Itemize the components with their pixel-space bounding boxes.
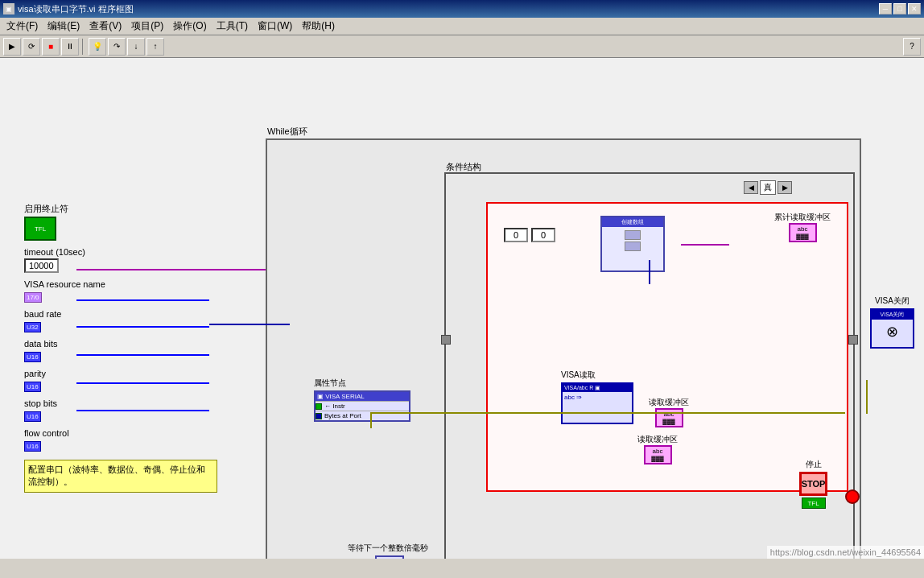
left-panel: 启用终止符 TFL timeout (10sec) 10000 VISA res… xyxy=(24,203,250,493)
visa-resource-label: VISA resource name xyxy=(24,279,250,289)
minimize-button[interactable]: ─ xyxy=(879,3,892,14)
visa-close-block[interactable]: VISA关闭 ⊗ xyxy=(870,308,914,349)
stop-button-area: 停止 STOP TFL xyxy=(799,459,827,510)
menu-view[interactable]: 查看(V) xyxy=(85,18,126,35)
wait-controls: 100 ⏱ xyxy=(348,555,428,559)
selector-value[interactable]: 真 xyxy=(760,180,776,195)
menu-file[interactable]: 文件(F) xyxy=(2,18,43,35)
run-continuously-button[interactable]: ⟳ xyxy=(23,38,40,56)
run-button[interactable]: ▶ xyxy=(3,38,21,56)
enable-terminal-text: TFL xyxy=(35,225,46,233)
main-canvas: While循环 条件结构 ◀ 真 ▶ 0 0 创建数组 xyxy=(0,58,924,559)
step-out-button[interactable]: ↑ xyxy=(146,38,164,56)
flow-control-group: flow control U16 xyxy=(24,428,250,452)
stop-tfl-indicator: TFL xyxy=(802,497,826,509)
baud-rate-value[interactable]: U32 xyxy=(24,322,41,332)
wait-block-area: 等待下一个整数倍毫秒 100 ⏱ xyxy=(348,543,428,559)
property-row-1-label: ← Instr xyxy=(322,402,348,411)
read-buffer-outer: 读取缓冲区 abc▓▓▓ xyxy=(637,434,678,464)
visa-read-block[interactable]: VISA/abc R ▣ abc ⇒ xyxy=(561,382,633,424)
property-node-wrapper: 属性节点 ▣ VISA SERIAL ← Instr Bytes at Port xyxy=(314,378,410,422)
menu-tools[interactable]: 工具(T) xyxy=(212,18,253,35)
menu-operate[interactable]: 操作(O) xyxy=(168,18,211,35)
create-array-block: 创建数组 xyxy=(600,216,665,272)
parity-value[interactable]: U16 xyxy=(24,382,41,392)
cumulative-buffer-label: 累计读取缓冲区 xyxy=(774,212,831,223)
window-controls[interactable]: ─ □ ✕ xyxy=(879,3,921,14)
abort-button[interactable]: ■ xyxy=(42,38,60,56)
data-bits-value[interactable]: U16 xyxy=(24,352,41,362)
wire-parity xyxy=(76,354,209,356)
selector-right-arrow[interactable]: ▶ xyxy=(778,181,792,194)
stop-indicator-dot[interactable] xyxy=(845,489,860,504)
property-io-1 xyxy=(316,403,322,410)
wire-visa-resource xyxy=(76,269,266,270)
app-icon: ▣ xyxy=(3,3,14,14)
close-button[interactable]: ✕ xyxy=(908,3,921,14)
toolbar-sep-1 xyxy=(82,39,85,55)
visa-read-label: VISA读取 xyxy=(561,370,633,381)
toolbar: ▶ ⟳ ■ ⏸ 💡 ↷ ↓ ↑ ? xyxy=(0,35,924,58)
menu-project[interactable]: 项目(P) xyxy=(126,18,168,35)
stop-label: 停止 xyxy=(799,459,827,470)
menu-edit[interactable]: 编辑(E) xyxy=(43,18,85,35)
wire-flow-control xyxy=(76,410,209,411)
error-tunnel-left xyxy=(441,335,451,345)
parity-group: parity U16 xyxy=(24,369,250,392)
selector-box[interactable]: ◀ 真 ▶ xyxy=(744,180,792,195)
wire-v-blue-1 xyxy=(649,260,650,284)
condition-label: 条件结构 xyxy=(446,161,481,173)
watermark: https://blog.csdn.net/weixin_44695564 xyxy=(767,546,924,559)
visa-read-body: abc ⇒ xyxy=(563,392,632,403)
wire-data-bits xyxy=(76,326,209,328)
cumulative-abc-display: abc▓▓▓ xyxy=(789,223,817,242)
property-node-block[interactable]: ▣ VISA SERIAL ← Instr Bytes at Port xyxy=(314,390,410,422)
maximize-button[interactable]: □ xyxy=(893,3,906,14)
visa-read-wrapper: VISA读取 VISA/abc R ▣ abc ⇒ xyxy=(561,370,633,422)
num-display-0[interactable]: 0 xyxy=(504,228,528,242)
cumulative-buffer-area: 累计读取缓冲区 abc▓▓▓ xyxy=(774,212,831,242)
wire-baud-rate xyxy=(76,299,209,301)
num-display-1[interactable]: 0 xyxy=(531,228,555,242)
wire-stop-bits xyxy=(76,382,209,384)
baud-rate-group: baud rate U32 xyxy=(24,309,250,332)
baud-rate-label: baud rate xyxy=(24,309,250,319)
menu-window[interactable]: 窗口(W) xyxy=(253,18,297,35)
enable-terminal-group: 启用终止符 TFL xyxy=(24,203,250,241)
pause-button[interactable]: ⏸ xyxy=(61,38,79,56)
data-bits-label: data bits xyxy=(24,339,250,349)
menu-help[interactable]: 帮助(H) xyxy=(297,18,340,35)
yellow-note: 配置串口（波特率、数据位、奇偶、停止位和流控制）。 xyxy=(24,460,217,493)
flow-control-label: flow control xyxy=(24,428,250,438)
wire-olive-v-close xyxy=(866,380,868,414)
step-into-button[interactable]: ↓ xyxy=(127,38,145,56)
menu-bar: 文件(F) 编辑(E) 查看(V) 项目(P) 操作(O) 工具(T) 窗口(W… xyxy=(0,18,924,35)
highlight-button[interactable]: 💡 xyxy=(89,38,106,56)
read-abc-display-outer: abc▓▓▓ xyxy=(644,445,672,464)
read-buffer-label-inner: 读取缓冲区 xyxy=(649,397,689,408)
wire-h-purple-1 xyxy=(681,244,729,246)
read-abc-display-inner: abc▓▓▓ xyxy=(655,408,683,427)
property-node-header: ▣ VISA SERIAL xyxy=(316,392,409,401)
selector-left-arrow[interactable]: ◀ xyxy=(744,181,758,194)
step-over-button[interactable]: ↷ xyxy=(108,38,126,56)
property-node-label: 属性节点 xyxy=(314,378,410,389)
error-tunnel-right xyxy=(848,335,858,345)
stop-bits-label: stop bits xyxy=(24,398,250,408)
stop-icon[interactable]: STOP xyxy=(799,472,827,496)
timeout-value[interactable]: 10000 xyxy=(24,258,59,273)
help-button[interactable]: ? xyxy=(903,38,921,56)
visa-resource-value[interactable]: 17/0 xyxy=(24,292,42,303)
property-row-1: ← Instr xyxy=(316,401,409,411)
create-array-symbol xyxy=(602,227,663,254)
visa-close-icon: ⊗ xyxy=(872,320,913,344)
stop-bits-value[interactable]: U16 xyxy=(24,411,41,422)
wait-label: 等待下一个整数倍毫秒 xyxy=(348,543,428,554)
wire-olive-h-main xyxy=(370,412,845,414)
read-buffer-label-outer: 读取缓冲区 xyxy=(637,434,678,445)
flow-control-value[interactable]: U16 xyxy=(24,441,41,452)
property-io-2 xyxy=(316,413,322,419)
parity-label: parity xyxy=(24,369,250,378)
wait-icon: ⏱ xyxy=(375,555,404,559)
enable-terminal-display[interactable]: TFL xyxy=(24,217,56,241)
